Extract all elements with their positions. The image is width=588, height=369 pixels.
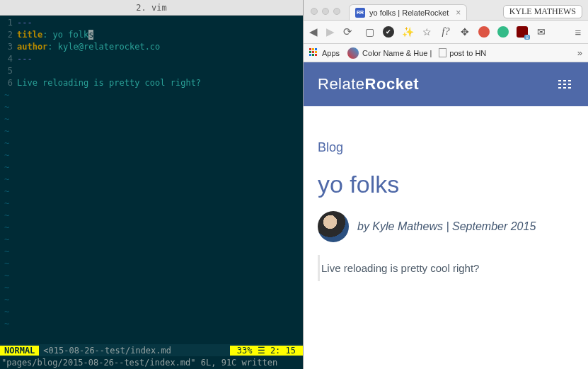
post-title: yo folks: [318, 171, 574, 198]
overflow-menu-icon[interactable]: ≡: [572, 26, 584, 38]
browser-tab-strip: RR yo folks | RelateRocket × KYLE MATHEW…: [304, 0, 588, 20]
red-dot-icon[interactable]: [478, 25, 490, 38]
move-icon[interactable]: ✥: [459, 25, 471, 38]
page-icon[interactable]: ▢: [363, 25, 376, 38]
vim-mode: NORMAL: [0, 346, 39, 356]
brand-logo[interactable]: RelateRocket: [318, 75, 419, 93]
shield-ublock-icon[interactable]: 8: [516, 25, 529, 38]
bookmark-color[interactable]: Color Name & Hue |: [347, 47, 432, 59]
profile-badge[interactable]: KYLE MATHEWS: [503, 5, 582, 18]
browser-tab[interactable]: RR yo folks | RelateRocket ×: [349, 4, 467, 20]
avatar: [318, 211, 349, 242]
vim-message: "pages/blog/2015-08-26--test/index.md" 6…: [0, 356, 303, 369]
vim-editor[interactable]: 1--- 2title: yo folks 3author: kyle@rela…: [0, 16, 303, 344]
byline: by Kyle Mathews | September 2015: [357, 220, 536, 233]
apps-grid-icon: [309, 48, 319, 58]
menu-icon[interactable]: [555, 77, 574, 91]
site-header: RelateRocket: [304, 62, 588, 106]
bookmark-hn[interactable]: post to HN: [439, 48, 486, 57]
palette-icon: [347, 47, 359, 59]
function-icon[interactable]: f?: [439, 25, 452, 38]
doc-icon: [439, 48, 446, 57]
close-tab-icon[interactable]: ×: [456, 8, 461, 18]
frontmatter-open: ---: [17, 17, 303, 29]
forward-icon[interactable]: ▶: [325, 26, 336, 38]
terminal-window: 2. vim 1--- 2title: yo folks 3author: ky…: [0, 0, 303, 369]
tab-title: yo folks | RelateRocket: [369, 8, 449, 17]
body-line: Live reloading is pretty cool right?: [17, 77, 303, 89]
vim-filepath: <015-08-26--test/index.md: [39, 346, 229, 356]
bookmarks-bar: Apps Color Name & Hue | post to HN »: [304, 44, 588, 62]
wand-icon[interactable]: ✨: [401, 25, 414, 38]
zoom-dot-icon[interactable]: [333, 8, 340, 15]
frontmatter-close: ---: [17, 53, 303, 65]
tool-circle-icon[interactable]: ✔: [382, 25, 395, 38]
minimize-dot-icon[interactable]: [322, 8, 329, 15]
apps-button[interactable]: Apps: [309, 48, 340, 58]
close-dot-icon[interactable]: [311, 8, 318, 15]
page-viewport: RelateRocket Blog yo folks by Kyle Mathe…: [304, 62, 588, 369]
browser-toolbar: ◀ ▶ ⟳ ▢ ✔ ✨ ☆ f? ✥ 8 ✉ ≡: [304, 20, 588, 44]
bookmarks-overflow-icon[interactable]: »: [577, 47, 582, 58]
terminal-title: 2. vim: [0, 0, 303, 16]
green-dot-icon[interactable]: [497, 25, 509, 38]
browser-window: RR yo folks | RelateRocket × KYLE MATHEW…: [303, 0, 588, 369]
favicon-icon: RR: [355, 8, 365, 18]
window-controls[interactable]: [311, 8, 340, 15]
reload-icon[interactable]: ⟳: [342, 26, 353, 38]
breadcrumb[interactable]: Blog: [318, 140, 574, 155]
vim-cursor: s: [88, 30, 93, 40]
post-body: Live reloading is pretty cool right?: [318, 255, 574, 281]
back-icon[interactable]: ◀: [308, 26, 319, 38]
mail-icon[interactable]: ✉: [535, 25, 548, 38]
star-outline-icon[interactable]: ☆: [420, 25, 433, 38]
vim-statusbar: NORMAL <015-08-26--test/index.md 33% ☰ 2…: [0, 344, 303, 356]
